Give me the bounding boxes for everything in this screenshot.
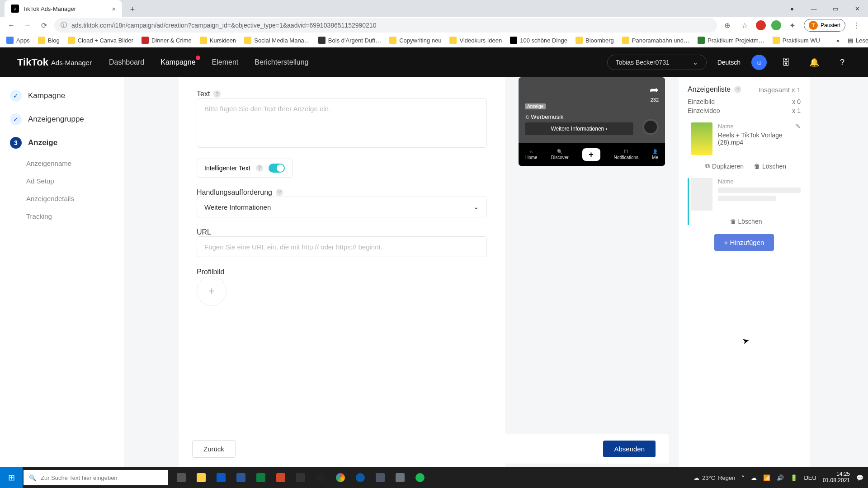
bookmarks-overflow-icon[interactable]: » xyxy=(836,37,840,44)
substep-anzeigenname[interactable]: Anzeigenname xyxy=(0,156,124,171)
url-input[interactable]: Fügen Sie eine URL ein, die mit http:// … xyxy=(197,236,487,257)
language-switch[interactable]: Deutsch xyxy=(717,59,741,66)
clock[interactable]: 14:25 01.08.2021 xyxy=(823,471,850,484)
add-profile-image[interactable]: + xyxy=(197,276,226,306)
app-icon[interactable] xyxy=(371,467,390,488)
close-tab-icon[interactable]: × xyxy=(112,5,116,13)
submit-button[interactable]: Absenden xyxy=(603,441,656,457)
delete-button[interactable]: 🗑Löschen xyxy=(754,162,786,170)
start-button[interactable]: ⊞ xyxy=(0,467,23,488)
bookmark-item[interactable]: Praktikum Projektm… xyxy=(698,37,764,44)
ad-type-counts: Einzelbildx 0 Einzelvideox 1 xyxy=(688,98,801,114)
bookmark-item[interactable]: Social Media Mana… xyxy=(244,37,310,44)
account-selector[interactable]: Tobias Becker0731 ⌄ xyxy=(607,55,707,70)
bookmark-item[interactable]: Kursideen xyxy=(200,37,236,44)
step-anzeige[interactable]: 3 Anzeige xyxy=(0,132,124,153)
substep-anzeigendetails[interactable]: Anzeigendetails xyxy=(0,191,124,206)
chrome-icon[interactable] xyxy=(331,467,350,488)
back-button[interactable]: ← xyxy=(5,19,17,31)
substep-tracking[interactable]: Tracking xyxy=(0,209,124,224)
smart-text-toggle[interactable] xyxy=(269,164,285,173)
excel-icon[interactable] xyxy=(251,467,270,488)
close-window-button[interactable]: ✕ xyxy=(846,0,868,17)
ad-list-item[interactable]: Name ✎ Reels + TikTok Vorlage (28).mp4 ⧉… xyxy=(688,122,801,170)
forward-button[interactable]: → xyxy=(22,19,33,31)
minimize-button[interactable]: — xyxy=(803,0,825,17)
mail-icon[interactable] xyxy=(212,467,231,488)
substep-ad-setup[interactable]: Ad Setup xyxy=(0,174,124,188)
add-ad-button[interactable]: + Hinzufügen xyxy=(714,234,774,251)
cta-value: Weitere Informationen xyxy=(204,203,271,211)
help-icon[interactable]: ? xyxy=(256,164,263,172)
maximize-button[interactable]: ▭ xyxy=(825,0,846,17)
briefcase-icon[interactable]: 🗄 xyxy=(778,54,795,71)
reading-list-button[interactable]: ▤Leseliste xyxy=(848,37,868,44)
back-button[interactable]: Zurück xyxy=(192,440,236,458)
bookmark-item[interactable]: 100 schöne Dinge xyxy=(510,37,567,44)
help-icon[interactable]: ? xyxy=(734,86,741,93)
weather-widget[interactable]: ☁ 23°C Regen xyxy=(693,474,735,481)
url-field[interactable]: ⓘ ads.tiktok.com/i18n/campaign/ad/creati… xyxy=(54,18,717,33)
app-icon[interactable] xyxy=(391,467,410,488)
delete-button[interactable]: 🗑Löschen xyxy=(730,218,762,225)
bookmark-item[interactable]: Praktikum WU xyxy=(773,37,820,44)
help-icon[interactable]: ? xyxy=(213,90,221,98)
volume-icon[interactable]: 🔊 xyxy=(777,474,784,481)
star-icon[interactable]: ☆ xyxy=(739,19,750,31)
powerpoint-icon[interactable] xyxy=(271,467,290,488)
extension-icon[interactable] xyxy=(771,20,781,30)
cta-select[interactable]: Weitere Informationen ⌄ xyxy=(197,197,487,217)
browser-tab[interactable]: ♪ TikTok Ads-Manager × xyxy=(5,0,122,17)
onedrive-icon[interactable]: ☁ xyxy=(751,474,757,481)
new-tab-button[interactable]: + xyxy=(125,2,140,17)
extension-icon[interactable] xyxy=(756,20,766,30)
bookmark-item[interactable]: Blog xyxy=(38,37,60,44)
nav-kampagne[interactable]: Kampagne xyxy=(160,58,195,66)
nav-reporting[interactable]: Berichterstellung xyxy=(255,58,308,66)
battery-icon[interactable]: 🔋 xyxy=(790,474,797,481)
extensions-puzzle-icon[interactable]: ✦ xyxy=(787,19,798,31)
workspace: ✓ Kampagne ✓ Anzeigengruppe 3 Anzeige An… xyxy=(0,77,868,467)
taskbar-search[interactable]: 🔍 Zur Suche Text hier eingeben xyxy=(24,470,168,485)
wifi-icon[interactable]: 📶 xyxy=(763,474,770,481)
duplicate-button[interactable]: ⧉Duplizieren xyxy=(705,162,744,170)
help-icon[interactable]: ? xyxy=(834,54,851,71)
zoom-icon[interactable]: ⊕ xyxy=(722,19,733,31)
bookmark-item[interactable]: Panoramabahn und… xyxy=(622,37,689,44)
help-icon[interactable]: ? xyxy=(276,189,283,196)
edge-icon[interactable] xyxy=(351,467,370,488)
obs-icon[interactable] xyxy=(311,467,330,488)
bookmark-item[interactable]: Videokurs Ideen xyxy=(449,37,502,44)
nav-dashboard[interactable]: Dashboard xyxy=(109,58,144,66)
list-icon: ▤ xyxy=(848,37,853,44)
tiktok-logo[interactable]: TikTok Ads-Manager xyxy=(17,56,92,68)
bookmark-item[interactable]: Bloomberg xyxy=(576,37,614,44)
account-dot-icon[interactable]: ● xyxy=(781,0,803,17)
keyboard-lang[interactable]: DEU xyxy=(804,474,816,481)
file-explorer-icon[interactable] xyxy=(192,467,211,488)
window-controls: ● — ▭ ✕ xyxy=(781,0,868,17)
avatar[interactable]: u xyxy=(751,55,767,70)
action-center-icon[interactable]: 💬 xyxy=(856,474,863,481)
bookmark-item[interactable]: Cload + Canva Bilder xyxy=(68,37,133,44)
word-icon[interactable] xyxy=(231,467,250,488)
bookmark-item[interactable]: Bois d'Argent Duft… xyxy=(318,37,381,44)
step-kampagne[interactable]: ✓ Kampagne xyxy=(0,85,124,106)
edit-icon[interactable]: ✎ xyxy=(795,122,801,130)
bookmark-item[interactable]: Dinner & Crime xyxy=(142,37,192,44)
menu-icon[interactable]: ⋮ xyxy=(851,19,863,31)
reload-button[interactable]: ⟳ xyxy=(38,19,50,31)
ad-list-item[interactable]: Name 🗑Löschen xyxy=(688,178,801,225)
app-icon[interactable] xyxy=(291,467,310,488)
bell-icon[interactable]: 🔔 xyxy=(806,54,823,71)
ad-text-textarea[interactable]: Bitte fügen Sie den Text Ihrer Anzeige e… xyxy=(197,98,487,148)
apps-shortcut[interactable]: Apps xyxy=(6,37,30,44)
step-anzeigengruppe[interactable]: ✓ Anzeigengruppe xyxy=(0,109,124,130)
nav-element[interactable]: Element xyxy=(212,58,239,66)
profile-pause-badge[interactable]: T Pausiert xyxy=(804,19,845,32)
bookmark-item[interactable]: Copywriting neu xyxy=(389,37,441,44)
spotify-icon[interactable] xyxy=(410,467,429,488)
tray-chevron-icon[interactable]: ˄ xyxy=(741,474,745,481)
task-view-icon[interactable] xyxy=(172,467,191,488)
home-icon: ⌂ xyxy=(530,149,533,154)
